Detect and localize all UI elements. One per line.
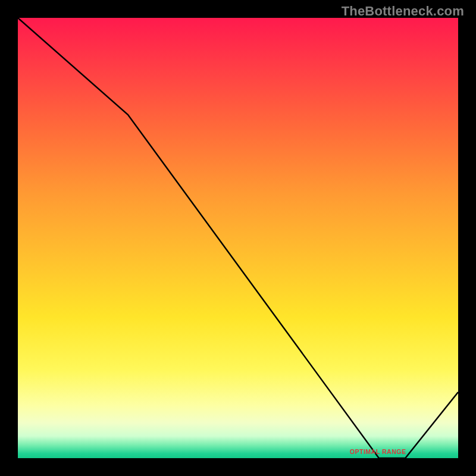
curve-path bbox=[18, 18, 458, 458]
watermark-text: TheBottleneck.com bbox=[342, 4, 464, 19]
chart-frame: TheBottleneck.com OPTIMAL RANGE bbox=[0, 0, 476, 476]
bottleneck-curve bbox=[18, 18, 458, 458]
optimal-range-label: OPTIMAL RANGE bbox=[350, 449, 406, 455]
plot-area: OPTIMAL RANGE bbox=[18, 18, 458, 458]
